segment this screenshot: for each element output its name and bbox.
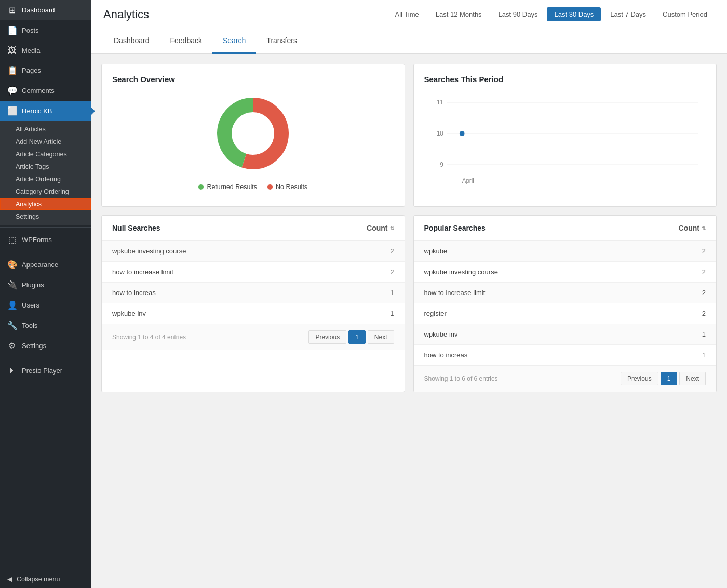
charts-row: Search Overview Returned Results (101, 64, 717, 207)
sidebar-item-media[interactable]: 🖼 Media (0, 41, 91, 60)
sidebar-item-label: Pages (22, 66, 41, 74)
sidebar-item-label: Media (22, 47, 40, 55)
appearance-icon: 🎨 (7, 260, 17, 270)
table-row: how to increase limit2 (414, 283, 717, 303)
tab-custom-period[interactable]: Custom Period (655, 7, 715, 21)
submenu-article-tags[interactable]: Article Tags (0, 161, 91, 173)
collapse-menu-button[interactable]: ◀ Collapse menu (0, 570, 91, 588)
table-row: wpkube investing course2 (414, 262, 717, 283)
null-searches-pagination: Previous 1 Next (308, 330, 394, 344)
tab-dashboard[interactable]: Dashboard (103, 29, 160, 54)
popular-searches-page-1-button[interactable]: 1 (661, 372, 678, 385)
popular-searches-title: Popular Searches (424, 224, 486, 232)
sidebar-item-label: Comments (22, 87, 55, 95)
tab-last-90-days[interactable]: Last 90 Days (491, 7, 545, 21)
search-count: 2 (342, 241, 405, 262)
donut-chart (211, 92, 294, 175)
null-searches-count-header: Count ⇅ (367, 224, 394, 232)
main-content: Analytics All Time Last 12 Months Last 9… (91, 0, 727, 588)
heroic-kb-icon: ⬜ (7, 106, 17, 116)
sidebar-item-tools[interactable]: 🔧 Tools (0, 315, 91, 336)
tab-last-30-days[interactable]: Last 30 Days (547, 7, 601, 21)
content-area: Search Overview Returned Results (91, 54, 727, 588)
search-count: 2 (654, 262, 716, 283)
null-searches-next-button[interactable]: Next (368, 330, 394, 344)
search-term: wpkube inv (102, 303, 342, 324)
search-count: 1 (654, 324, 716, 345)
sidebar-item-dashboard[interactable]: ⊞ Dashboard (0, 0, 91, 20)
sidebar-item-comments[interactable]: 💬 Comments (0, 81, 91, 101)
search-overview-card: Search Overview Returned Results (101, 64, 405, 207)
null-searches-table: wpkube investing course2how to increase … (102, 241, 405, 324)
submenu-article-ordering[interactable]: Article Ordering (0, 173, 91, 185)
plugins-icon: 🔌 (7, 280, 17, 290)
sidebar-item-label: Settings (22, 342, 46, 350)
sidebar-divider-2 (0, 252, 91, 252)
popular-sort-icon[interactable]: ⇅ (702, 225, 706, 231)
popular-searches-pagination: Previous 1 Next (621, 372, 706, 385)
tab-last-7-days[interactable]: Last 7 Days (603, 7, 653, 21)
search-term: wpkube (414, 241, 654, 262)
sidebar-item-label: Plugins (22, 281, 44, 289)
svg-text:April: April (462, 177, 474, 184)
null-searches-header: Null Searches Count ⇅ (102, 216, 405, 241)
settings-icon: ⚙ (7, 341, 17, 351)
null-searches-showing: Showing 1 to 4 of 4 entries (112, 333, 186, 341)
heroic-kb-submenu: All Articles Add New Article Article Cat… (0, 121, 91, 225)
sort-icon[interactable]: ⇅ (390, 225, 394, 231)
tab-feedback[interactable]: Feedback (160, 29, 212, 54)
sidebar-item-plugins[interactable]: 🔌 Plugins (0, 275, 91, 295)
table-row: wpkube inv1 (414, 324, 717, 345)
tab-transfers[interactable]: Transfers (256, 29, 307, 54)
popular-searches-previous-button[interactable]: Previous (621, 372, 658, 385)
svg-text:9: 9 (440, 161, 443, 168)
time-period-tabs: All Time Last 12 Months Last 90 Days Las… (387, 7, 715, 21)
sidebar-item-label: Presto Player (22, 367, 62, 375)
sidebar-item-presto-player[interactable]: ⏵ Presto Player (0, 360, 91, 380)
sidebar-item-heroic-kb[interactable]: ⬜ Heroic KB (0, 101, 91, 121)
submenu-article-categories[interactable]: Article Categories (0, 148, 91, 161)
search-term: register (414, 303, 654, 324)
submenu-analytics[interactable]: Analytics (0, 198, 91, 210)
no-results-dot (267, 184, 273, 190)
submenu-settings[interactable]: Settings (0, 210, 91, 223)
search-term: how to increas (102, 283, 342, 303)
search-count: 1 (342, 283, 405, 303)
svg-point-10 (459, 131, 464, 136)
legend-no-results: No Results (267, 183, 307, 191)
sidebar-item-pages[interactable]: 📋 Pages (0, 60, 91, 81)
sidebar: ⊞ Dashboard 📄 Posts 🖼 Media 📋 Pages 💬 Co… (0, 0, 91, 588)
table-row: how to increas1 (102, 283, 405, 303)
popular-searches-next-button[interactable]: Next (679, 372, 706, 385)
sidebar-item-settings[interactable]: ⚙ Settings (0, 336, 91, 356)
sidebar-item-users[interactable]: 👤 Users (0, 295, 91, 315)
table-row: how to increase limit2 (102, 262, 405, 283)
line-chart: 11 10 9 April (424, 92, 706, 196)
dashboard-icon: ⊞ (7, 5, 17, 15)
sidebar-item-appearance[interactable]: 🎨 Appearance (0, 255, 91, 275)
sidebar-item-wpforms[interactable]: ⬚ WPForms (0, 230, 91, 250)
users-icon: 👤 (7, 300, 17, 310)
search-count: 2 (654, 303, 716, 324)
comments-icon: 💬 (7, 86, 17, 96)
submenu-all-articles[interactable]: All Articles (0, 123, 91, 136)
null-searches-footer: Showing 1 to 4 of 4 entries Previous 1 N… (102, 324, 405, 350)
svg-point-2 (234, 115, 272, 152)
null-searches-page-1-button[interactable]: 1 (348, 330, 366, 344)
search-term: how to increas (414, 345, 654, 366)
null-searches-title: Null Searches (112, 224, 160, 232)
sidebar-item-label: Dashboard (22, 6, 55, 14)
tab-last-12-months[interactable]: Last 12 Months (428, 7, 489, 21)
tab-search[interactable]: Search (212, 29, 256, 54)
presto-player-icon: ⏵ (7, 366, 17, 375)
sidebar-item-posts[interactable]: 📄 Posts (0, 20, 91, 41)
null-searches-previous-button[interactable]: Previous (308, 330, 346, 344)
submenu-category-ordering[interactable]: Category Ordering (0, 185, 91, 198)
submenu-add-new-article[interactable]: Add New Article (0, 136, 91, 148)
searches-period-title: Searches This Period (424, 75, 706, 84)
table-row: register2 (414, 303, 717, 324)
returned-dot (198, 184, 204, 190)
returned-label: Returned Results (207, 183, 257, 191)
tab-all-time[interactable]: All Time (387, 7, 426, 21)
search-count: 2 (654, 241, 716, 262)
